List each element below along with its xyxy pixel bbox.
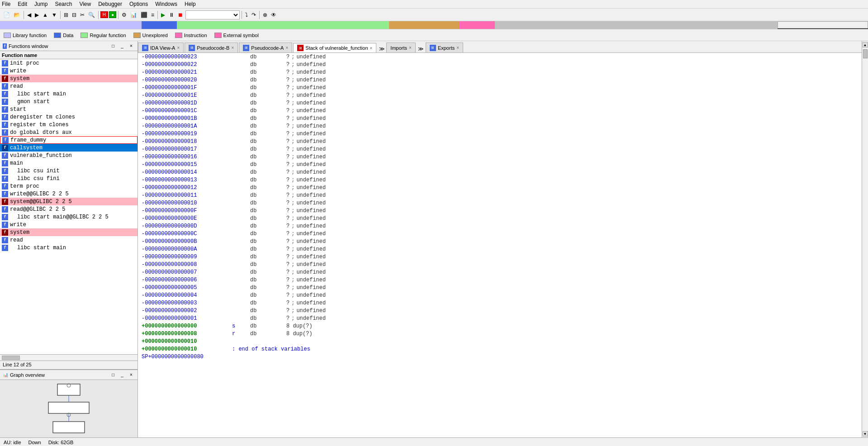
hex-btn[interactable]: H — [100, 11, 108, 18]
tab-imports-close[interactable]: × — [409, 45, 412, 50]
list-item[interactable]: flibc start main — [0, 90, 138, 98]
table-row[interactable]: -0000000000000009db? ; undefined — [138, 253, 862, 261]
graph-minimize-btn[interactable]: _ — [119, 371, 126, 379]
list-item[interactable]: fread@@GLIBC 2 2 5 — [0, 205, 138, 213]
list-item[interactable]: fstart — [0, 105, 138, 113]
find-btn[interactable]: 🔍 — [87, 11, 96, 19]
functions-list[interactable]: Function name finit procfwritefsystemfre… — [0, 51, 138, 354]
list-item[interactable]: fread — [0, 82, 138, 90]
scroll-up-btn[interactable]: ▲ — [863, 42, 868, 47]
step-btn[interactable]: ⤵ — [244, 11, 249, 19]
table-row[interactable]: -0000000000000015db? ; undefined — [138, 161, 862, 168]
bp-btn[interactable]: ⊗ — [261, 11, 269, 19]
list-item[interactable]: flibc csu fini — [0, 175, 138, 182]
tab-exports[interactable]: ⊞ Exports × — [426, 43, 463, 52]
functions-hscroll[interactable] — [0, 354, 138, 361]
watch-btn[interactable]: 👁 — [270, 11, 278, 19]
tab-imports[interactable]: Imports × — [386, 43, 416, 52]
table-row[interactable]: -0000000000000005db? ; undefined — [138, 284, 862, 291]
hex2-btn[interactable]: ⬛ — [139, 11, 149, 19]
functions-float-btn[interactable]: □ — [109, 43, 117, 50]
table-row[interactable]: -0000000000000006db? ; undefined — [138, 276, 862, 284]
list-item[interactable]: fwrite — [0, 221, 138, 228]
table-row[interactable]: -000000000000000Adb? ; undefined — [138, 245, 862, 253]
table-row[interactable]: -000000000000000Edb? ; undefined — [138, 214, 862, 222]
graph-btn[interactable]: 📊 — [129, 11, 138, 19]
stepover-btn[interactable]: ↷ — [250, 11, 257, 19]
prox-btn[interactable]: ≡ — [150, 11, 156, 19]
table-row[interactable]: -0000000000000023db? ; undefined — [138, 53, 862, 61]
list-item[interactable]: flibc csu init — [0, 167, 138, 175]
copy-btn[interactable]: ⊞ — [62, 11, 70, 19]
tab-pseudocode-a[interactable]: ⊞ Pseudocode-A × — [239, 43, 292, 52]
menu-search[interactable]: Search — [55, 1, 72, 7]
table-row[interactable]: -000000000000000Fdb? ; undefined — [138, 207, 862, 214]
green-btn[interactable]: ● — [109, 11, 116, 18]
run-btn[interactable]: ▶ — [160, 11, 166, 19]
scroll-thumb[interactable] — [863, 49, 868, 58]
list-item[interactable]: flibc start main — [0, 244, 138, 251]
list-item[interactable]: fframe_dummy — [0, 136, 138, 144]
table-row[interactable]: -0000000000000007db? ; undefined — [138, 268, 862, 276]
table-row[interactable]: +0000000000000010: end of stack variable… — [138, 345, 862, 353]
table-row[interactable]: -000000000000001Cdb? ; undefined — [138, 107, 862, 114]
list-item[interactable]: fcallsystem — [0, 144, 138, 152]
down-btn[interactable]: ▼ — [50, 11, 58, 19]
table-row[interactable]: -0000000000000004db? ; undefined — [138, 291, 862, 299]
new-btn[interactable]: 📄 — [2, 11, 11, 19]
code-vscroll[interactable]: ▲ ▼ — [862, 41, 868, 437]
hscroll-thumb[interactable] — [2, 356, 20, 360]
table-row[interactable]: -000000000000000Ddb? ; undefined — [138, 222, 862, 230]
menu-help[interactable]: Help — [185, 1, 196, 7]
tab-pa-close[interactable]: × — [285, 45, 288, 50]
code-view[interactable]: -0000000000000023db? ; undefined-0000000… — [138, 53, 862, 437]
table-row[interactable]: -000000000000001Fdb? ; undefined — [138, 84, 862, 91]
table-row[interactable]: +0000000000000008rdb8 dup(?) — [138, 330, 862, 337]
table-row[interactable]: -0000000000000019db? ; undefined — [138, 130, 862, 138]
list-item[interactable]: fgmon start — [0, 98, 138, 105]
table-row[interactable]: -000000000000000Bdb? ; undefined — [138, 237, 862, 245]
menu-jump[interactable]: Jump — [34, 1, 47, 7]
tab-stack-close[interactable]: × — [370, 46, 373, 51]
table-row[interactable]: -0000000000000014db? ; undefined — [138, 168, 862, 176]
table-row[interactable]: -0000000000000016db? ; undefined — [138, 153, 862, 161]
table-row[interactable]: -0000000000000011db? ; undefined — [138, 191, 862, 199]
table-row[interactable]: -0000000000000010db? ; undefined — [138, 199, 862, 207]
list-item[interactable]: fmain — [0, 159, 138, 167]
open-btn[interactable]: 📂 — [12, 11, 22, 19]
table-row[interactable]: -000000000000001Bdb? ; undefined — [138, 114, 862, 122]
list-item[interactable]: fderegister tm clones — [0, 113, 138, 121]
debugger-select[interactable]: No debugger — [185, 10, 240, 19]
paste-btn[interactable]: ⊟ — [71, 11, 78, 19]
table-row[interactable]: -0000000000000008db? ; undefined — [138, 261, 862, 268]
list-item[interactable]: fwrite — [0, 67, 138, 75]
table-row[interactable]: -0000000000000012db? ; undefined — [138, 184, 862, 191]
functions-close-btn[interactable]: × — [128, 43, 135, 50]
list-item[interactable]: finit proc — [0, 59, 138, 67]
list-item[interactable]: flibc start main@@GLIBC 2 2 5 — [0, 213, 138, 221]
list-item[interactable]: fread — [0, 236, 138, 244]
table-row[interactable]: -000000000000001Adb? ; undefined — [138, 122, 862, 130]
pause-btn[interactable]: ⏸ — [167, 11, 175, 19]
cut-btn[interactable]: ✂ — [79, 11, 86, 19]
scroll-down-btn[interactable]: ▼ — [863, 431, 868, 437]
graph-float-btn[interactable]: □ — [109, 371, 117, 379]
list-item[interactable]: fterm proc — [0, 182, 138, 190]
tab-stack[interactable]: ⊞ Stack of vulnerable_function × — [293, 43, 376, 53]
list-item[interactable]: fsystem — [0, 228, 138, 236]
menu-debugger[interactable]: Debugger — [98, 1, 122, 7]
list-item[interactable]: fsystem@@GLIBC 2 2 5 — [0, 198, 138, 205]
functions-minimize-btn[interactable]: _ — [119, 43, 126, 50]
tab-pb-close[interactable]: × — [231, 45, 234, 50]
table-row[interactable]: +0000000000000010 — [138, 337, 862, 345]
table-row[interactable]: -0000000000000022db? ; undefined — [138, 61, 862, 68]
up-btn[interactable]: ▲ — [41, 11, 49, 19]
table-row[interactable]: -0000000000000021db? ; undefined — [138, 68, 862, 76]
table-row[interactable]: -000000000000001Edb? ; undefined — [138, 91, 862, 99]
menu-file[interactable]: File — [2, 1, 10, 7]
table-row[interactable]: -0000000000000013db? ; undefined — [138, 176, 862, 184]
graph-close-btn[interactable]: × — [128, 371, 135, 379]
menu-options[interactable]: Options — [129, 1, 148, 7]
table-row[interactable]: -0000000000000018db? ; undefined — [138, 138, 862, 145]
table-row[interactable]: +0000000000000000sdb8 dup(?) — [138, 322, 862, 330]
